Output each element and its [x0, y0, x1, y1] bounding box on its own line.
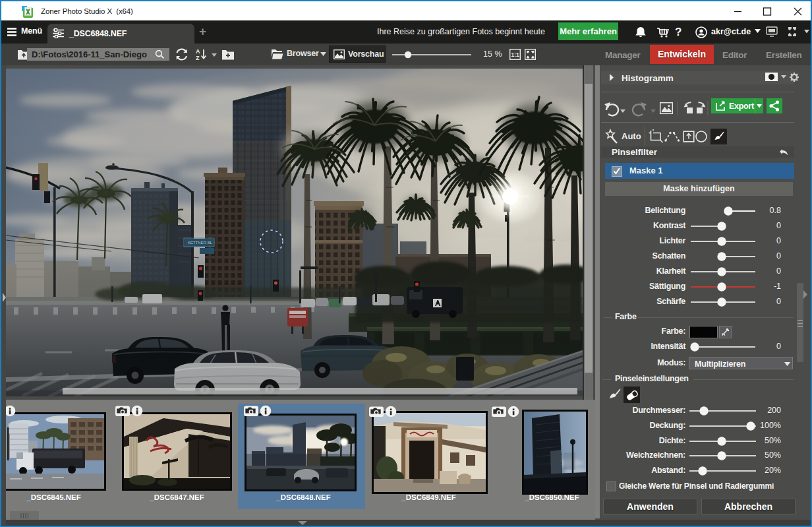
svg-text:1:1: 1:1	[511, 51, 520, 58]
svg-text:A: A	[196, 48, 200, 55]
svg-text:Z: Z	[196, 55, 200, 61]
svg-text:?: ?	[675, 26, 682, 38]
svg-text:KETTNER BL: KETTNER BL	[188, 241, 213, 245]
